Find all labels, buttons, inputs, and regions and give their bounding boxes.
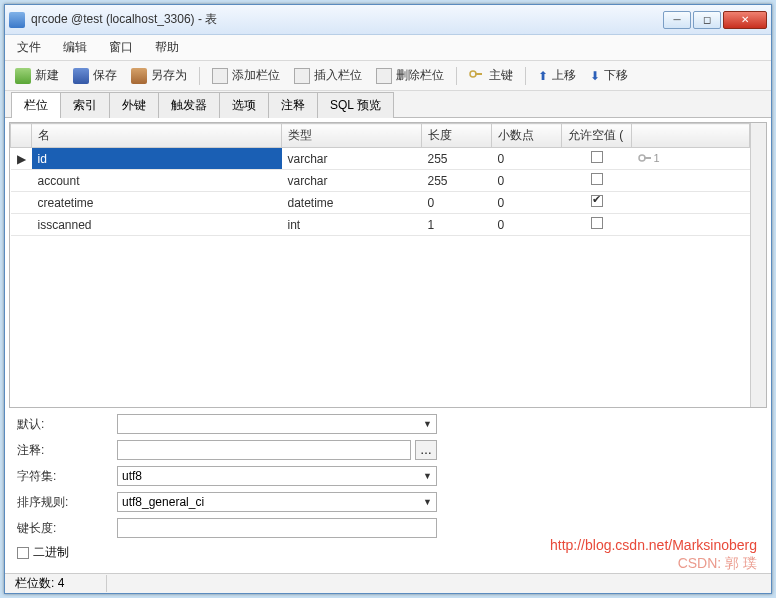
moveup-button[interactable]: ⬆上移: [536, 65, 578, 86]
table-row[interactable]: ▶idvarchar25501: [11, 148, 750, 170]
col-name[interactable]: 名: [32, 124, 282, 148]
status-field-count: 栏位数: 4: [13, 575, 107, 592]
col-length[interactable]: 长度: [422, 124, 492, 148]
menubar: 文件 编辑 窗口 帮助: [5, 35, 771, 61]
col-null[interactable]: 允许空值 (: [562, 124, 632, 148]
svg-rect-1: [475, 73, 482, 75]
field-properties: 默认: ▼ 注释: … 字符集: utf8▼ 排序规则: utf8_genera…: [9, 408, 767, 569]
tab-fields[interactable]: 栏位: [11, 92, 61, 118]
minimize-button[interactable]: ─: [663, 11, 691, 29]
save-icon: [73, 68, 89, 84]
checkbox-icon[interactable]: [591, 173, 603, 185]
separator: [525, 67, 526, 85]
delcol-icon: [376, 68, 392, 84]
svg-rect-3: [644, 157, 651, 159]
default-combo[interactable]: ▼: [117, 414, 437, 434]
close-button[interactable]: ✕: [723, 11, 767, 29]
tab-sql[interactable]: SQL 预览: [317, 92, 394, 118]
fields-grid[interactable]: 名 类型 长度 小数点 允许空值 ( ▶idvarchar25501accoun…: [9, 122, 767, 408]
toolbar: 新建 保存 另存为 添加栏位 插入栏位 删除栏位 主键 ⬆上移 ⬇下移: [5, 61, 771, 91]
comment-more-button[interactable]: …: [415, 440, 437, 460]
keylen-input[interactable]: [117, 518, 437, 538]
movedown-button[interactable]: ⬇下移: [588, 65, 630, 86]
collate-combo[interactable]: utf8_general_ci▼: [117, 492, 437, 512]
insertcol-icon: [294, 68, 310, 84]
collate-label: 排序规则:: [17, 494, 117, 511]
statusbar: 栏位数: 4: [5, 573, 771, 593]
tab-index[interactable]: 索引: [60, 92, 110, 118]
addcol-button[interactable]: 添加栏位: [210, 65, 282, 86]
comment-input[interactable]: [117, 440, 411, 460]
chevron-down-icon: ▼: [423, 419, 432, 429]
chevron-down-icon: ▼: [423, 471, 432, 481]
primarykey-icon: 1: [638, 152, 660, 164]
window-title: qrcode @test (localhost_3306) - 表: [31, 11, 663, 28]
new-icon: [15, 68, 31, 84]
save-button[interactable]: 保存: [71, 65, 119, 86]
checkbox-icon: [17, 547, 29, 559]
new-button[interactable]: 新建: [13, 65, 61, 86]
addcol-icon: [212, 68, 228, 84]
arrow-down-icon: ⬇: [590, 69, 600, 83]
checkbox-icon[interactable]: [591, 151, 603, 163]
binary-checkbox[interactable]: 二进制: [17, 544, 69, 561]
tab-comment[interactable]: 注释: [268, 92, 318, 118]
arrow-up-icon: ⬆: [538, 69, 548, 83]
checkbox-icon[interactable]: [591, 195, 603, 207]
default-label: 默认:: [17, 416, 117, 433]
menu-file[interactable]: 文件: [17, 39, 41, 56]
delcol-button[interactable]: 删除栏位: [374, 65, 446, 86]
menu-window[interactable]: 窗口: [109, 39, 133, 56]
app-icon: [9, 12, 25, 28]
saveas-button[interactable]: 另存为: [129, 65, 189, 86]
menu-help[interactable]: 帮助: [155, 39, 179, 56]
insertcol-button[interactable]: 插入栏位: [292, 65, 364, 86]
table-row[interactable]: createtimedatetime00: [11, 192, 750, 214]
charset-label: 字符集:: [17, 468, 117, 485]
table-row[interactable]: accountvarchar2550: [11, 170, 750, 192]
checkbox-icon[interactable]: [591, 217, 603, 229]
col-decimal[interactable]: 小数点: [492, 124, 562, 148]
key-icon: [469, 68, 485, 84]
charset-combo[interactable]: utf8▼: [117, 466, 437, 486]
col-key[interactable]: [632, 124, 750, 148]
tab-trigger[interactable]: 触发器: [158, 92, 220, 118]
vertical-scrollbar[interactable]: [750, 123, 766, 407]
tab-option[interactable]: 选项: [219, 92, 269, 118]
col-type[interactable]: 类型: [282, 124, 422, 148]
tabbar: 栏位 索引 外键 触发器 选项 注释 SQL 预览: [5, 91, 771, 118]
table-row[interactable]: isscannedint10: [11, 214, 750, 236]
separator: [199, 67, 200, 85]
titlebar: qrcode @test (localhost_3306) - 表 ─ ◻ ✕: [5, 5, 771, 35]
saveas-icon: [131, 68, 147, 84]
maximize-button[interactable]: ◻: [693, 11, 721, 29]
separator: [456, 67, 457, 85]
keylen-label: 键长度:: [17, 520, 117, 537]
chevron-down-icon: ▼: [423, 497, 432, 507]
menu-edit[interactable]: 编辑: [63, 39, 87, 56]
tab-fk[interactable]: 外键: [109, 92, 159, 118]
primarykey-button[interactable]: 主键: [467, 65, 515, 86]
comment-label: 注释:: [17, 442, 117, 459]
